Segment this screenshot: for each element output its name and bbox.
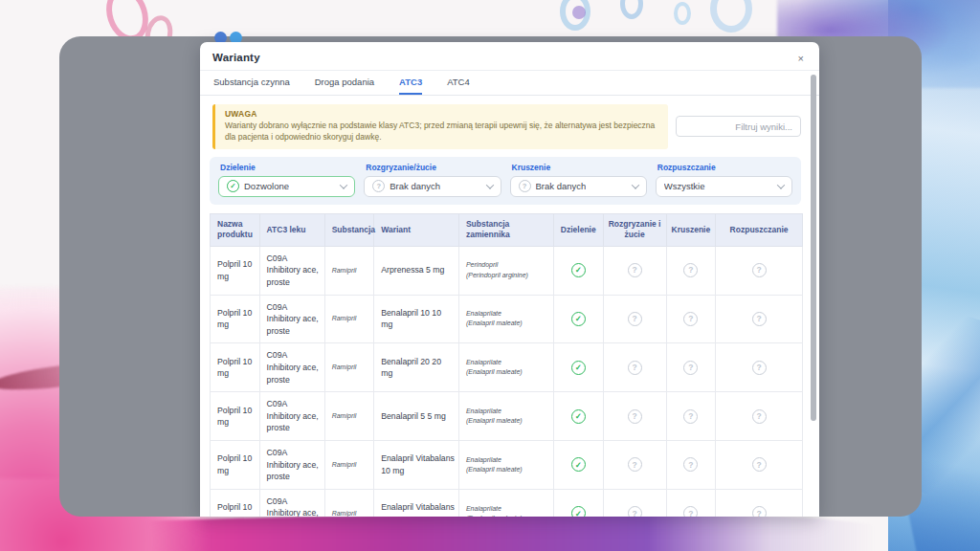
cell-rozgryzanie-status: ? <box>603 489 666 517</box>
filter-label: Rozpuszczanie <box>657 163 792 172</box>
droplet-blue-icon <box>710 0 752 33</box>
cell-rozgryzanie-status: ? <box>603 441 666 490</box>
dzielenie-select[interactable]: ✓ Dozwolone <box>218 176 355 197</box>
modal-header: Warianty × <box>200 42 819 71</box>
rozgryzanie-select[interactable]: ? Brak danych <box>364 176 501 197</box>
unknown-question-icon: ? <box>752 457 767 472</box>
cell-product: Polpril 10 mg <box>211 489 260 517</box>
close-icon[interactable]: × <box>798 54 804 64</box>
tab-droga-podania[interactable]: Droga podania <box>315 71 374 95</box>
unknown-question-icon: ? <box>752 409 767 424</box>
table-row: Polpril 10 mg C09A Inhibitory ace, prost… <box>211 246 803 295</box>
col-wariant: Wariant <box>374 213 459 246</box>
filter-rozpuszczanie: Rozpuszczanie Wszystkie <box>656 163 792 197</box>
chevron-down-icon <box>777 181 785 188</box>
cell-atc3: C09A Inhibitory ace, proste <box>259 441 324 490</box>
table-row: Polpril 10 mg C09A Inhibitory ace, prost… <box>211 295 803 343</box>
unknown-question-icon: ? <box>683 312 698 326</box>
droplet-blue-icon <box>674 2 691 25</box>
cell-atc3: C09A Inhibitory ace, proste <box>259 295 324 343</box>
col-dzielenie: Dzielenie <box>553 213 603 246</box>
allowed-check-icon: ✓ <box>571 263 586 277</box>
filters-panel: Dzielenie ✓ Dozwolone Rozgryzanie/żucie … <box>210 157 801 205</box>
cell-dzielenie-status: ✓ <box>553 343 603 392</box>
cell-variant: Benalapril 20 20 mg <box>374 343 459 392</box>
filter-dzielenie: Dzielenie ✓ Dozwolone <box>218 163 355 197</box>
warning-title: UWAGA <box>225 109 658 119</box>
cell-dzielenie-status: ✓ <box>553 295 603 343</box>
unknown-question-icon: ? <box>752 361 767 375</box>
cell-substitute: Enalaprilate (Enalapril maleate) <box>458 295 553 343</box>
unknown-question-icon: ? <box>628 361 642 375</box>
unknown-question-icon: ? <box>683 361 698 375</box>
cell-variant: Enalapril Vitabalans 10 mg <box>374 441 459 490</box>
cell-product: Polpril 10 mg <box>211 441 260 490</box>
unknown-question-icon: ? <box>683 457 698 472</box>
unknown-question-icon: ? <box>752 506 767 517</box>
table-row: Polpril 10 mg C09A Inhibitory ace, prost… <box>211 489 803 517</box>
cell-atc3: C09A Inhibitory ace, proste <box>259 489 324 517</box>
cell-rozpuszczanie-status: ? <box>716 489 803 517</box>
cell-product: Polpril 10 mg <box>211 392 260 441</box>
cell-product: Polpril 10 mg <box>211 343 260 392</box>
variants-table: Nazwa produktu ATC3 leku Substancja Wari… <box>210 213 803 517</box>
tab-atc3[interactable]: ATC3 <box>399 71 422 95</box>
warning-banner: UWAGA Warianty dobrano wyłącznie na pods… <box>212 104 668 149</box>
unknown-question-icon: ? <box>628 409 642 424</box>
rozpuszczanie-select[interactable]: Wszystkie <box>656 176 792 197</box>
col-rozpuszczanie: Rozpuszczanie <box>716 213 803 246</box>
warning-text: Warianty dobrano wyłącznie na podstawie … <box>225 121 658 143</box>
chevron-down-icon <box>632 181 639 188</box>
table-row: Polpril 10 mg C09A Inhibitory ace, prost… <box>211 392 803 441</box>
question-circle-icon: ? <box>372 180 385 192</box>
cell-dzielenie-status: ✓ <box>553 392 603 441</box>
filter-results-input[interactable] <box>676 116 801 137</box>
col-substancja: Substancja <box>324 213 374 246</box>
kruszenie-select[interactable]: ? Brak danych <box>510 176 647 197</box>
cell-kruszenie-status: ? <box>666 489 716 517</box>
chevron-down-icon <box>340 181 347 188</box>
selected-value: Brak danych <box>536 181 587 191</box>
col-nazwa-produktu: Nazwa produktu <box>211 213 260 246</box>
col-substancja-zamiennika: Substancja zamiennika <box>458 213 553 246</box>
cell-atc3: C09A Inhibitory ace, proste <box>259 343 324 392</box>
cell-atc3: C09A Inhibitory ace, proste <box>259 392 324 441</box>
cell-rozpuszczanie-status: ? <box>716 246 803 295</box>
table-body: Polpril 10 mg C09A Inhibitory ace, prost… <box>211 246 803 517</box>
cell-substance: Ramipril <box>324 246 374 295</box>
allowed-check-icon: ✓ <box>571 312 586 326</box>
filter-label: Dzielenie <box>220 163 355 172</box>
modal-title: Warianty <box>212 52 260 63</box>
cell-rozpuszczanie-status: ? <box>716 343 803 392</box>
tab-atc4[interactable]: ATC4 <box>447 71 470 95</box>
tab-substancja-czynna[interactable]: Substancja czynna <box>213 71 290 95</box>
cell-substitute: Enalaprilate (Enalapril maleate) <box>458 392 553 441</box>
unknown-question-icon: ? <box>628 312 642 326</box>
cell-rozgryzanie-status: ? <box>603 246 666 295</box>
cell-substance: Ramipril <box>324 295 374 343</box>
cell-rozgryzanie-status: ? <box>603 392 666 441</box>
modal-scrollbar-thumb[interactable] <box>811 75 816 421</box>
unknown-question-icon: ? <box>628 457 642 472</box>
droplet-blue-icon <box>620 0 643 19</box>
droplet-purple-icon <box>572 6 586 19</box>
cell-variant: Benalapril 5 5 mg <box>374 392 459 441</box>
cell-variant: Arprenessa 5 mg <box>374 246 459 295</box>
col-atc3-leku: ATC3 leku <box>259 213 324 246</box>
cell-product: Polpril 10 mg <box>211 295 260 343</box>
filter-rozgryzanie: Rozgryzanie/żucie ? Brak danych <box>364 163 501 197</box>
question-circle-icon: ? <box>519 180 531 192</box>
allowed-check-icon: ✓ <box>571 506 586 517</box>
allowed-check-icon: ✓ <box>571 409 586 424</box>
table-row: Polpril 10 mg C09A Inhibitory ace, prost… <box>211 441 803 490</box>
cell-kruszenie-status: ? <box>666 343 716 392</box>
cell-rozgryzanie-status: ? <box>603 343 666 392</box>
selected-value: Brak danych <box>390 181 440 191</box>
cell-kruszenie-status: ? <box>666 295 716 343</box>
allowed-check-icon: ✓ <box>571 457 586 472</box>
chevron-down-icon <box>485 181 493 188</box>
cell-rozpuszczanie-status: ? <box>716 295 803 343</box>
filter-label: Kruszenie <box>512 163 647 172</box>
cell-rozpuszczanie-status: ? <box>716 441 803 490</box>
cell-substance: Ramipril <box>324 489 374 517</box>
